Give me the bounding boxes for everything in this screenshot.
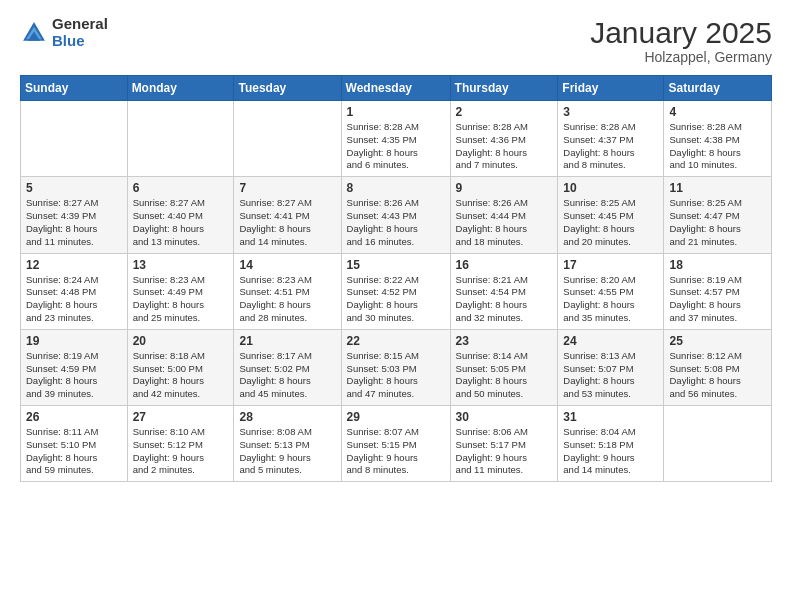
cell-0-0 — [21, 101, 128, 177]
cell-3-4: 23Sunrise: 8:14 AM Sunset: 5:05 PM Dayli… — [450, 329, 558, 405]
cell-2-4: 16Sunrise: 8:21 AM Sunset: 4:54 PM Dayli… — [450, 253, 558, 329]
day-detail-2-1: Sunrise: 8:23 AM Sunset: 4:49 PM Dayligh… — [133, 274, 229, 325]
day-number-2-4: 16 — [456, 258, 553, 272]
day-number-3-6: 25 — [669, 334, 766, 348]
day-detail-1-1: Sunrise: 8:27 AM Sunset: 4:40 PM Dayligh… — [133, 197, 229, 248]
day-number-4-5: 31 — [563, 410, 658, 424]
day-number-4-3: 29 — [347, 410, 445, 424]
cell-3-0: 19Sunrise: 8:19 AM Sunset: 4:59 PM Dayli… — [21, 329, 128, 405]
calendar-body: 1Sunrise: 8:28 AM Sunset: 4:35 PM Daylig… — [21, 101, 772, 482]
cell-0-4: 2Sunrise: 8:28 AM Sunset: 4:36 PM Daylig… — [450, 101, 558, 177]
cell-1-1: 6Sunrise: 8:27 AM Sunset: 4:40 PM Daylig… — [127, 177, 234, 253]
cell-2-2: 14Sunrise: 8:23 AM Sunset: 4:51 PM Dayli… — [234, 253, 341, 329]
cell-2-1: 13Sunrise: 8:23 AM Sunset: 4:49 PM Dayli… — [127, 253, 234, 329]
day-number-2-5: 17 — [563, 258, 658, 272]
cell-2-5: 17Sunrise: 8:20 AM Sunset: 4:55 PM Dayli… — [558, 253, 664, 329]
day-number-3-0: 19 — [26, 334, 122, 348]
week-row-2: 12Sunrise: 8:24 AM Sunset: 4:48 PM Dayli… — [21, 253, 772, 329]
day-number-3-3: 22 — [347, 334, 445, 348]
day-number-0-5: 3 — [563, 105, 658, 119]
logo: General Blue — [20, 16, 108, 49]
calendar-table: Sunday Monday Tuesday Wednesday Thursday… — [20, 75, 772, 482]
cell-3-5: 24Sunrise: 8:13 AM Sunset: 5:07 PM Dayli… — [558, 329, 664, 405]
cell-4-0: 26Sunrise: 8:11 AM Sunset: 5:10 PM Dayli… — [21, 406, 128, 482]
day-detail-1-3: Sunrise: 8:26 AM Sunset: 4:43 PM Dayligh… — [347, 197, 445, 248]
day-detail-2-3: Sunrise: 8:22 AM Sunset: 4:52 PM Dayligh… — [347, 274, 445, 325]
week-row-3: 19Sunrise: 8:19 AM Sunset: 4:59 PM Dayli… — [21, 329, 772, 405]
header-saturday: Saturday — [664, 76, 772, 101]
day-number-1-0: 5 — [26, 181, 122, 195]
cell-3-3: 22Sunrise: 8:15 AM Sunset: 5:03 PM Dayli… — [341, 329, 450, 405]
day-number-0-6: 4 — [669, 105, 766, 119]
day-number-2-0: 12 — [26, 258, 122, 272]
day-detail-1-6: Sunrise: 8:25 AM Sunset: 4:47 PM Dayligh… — [669, 197, 766, 248]
day-number-3-1: 20 — [133, 334, 229, 348]
cell-4-2: 28Sunrise: 8:08 AM Sunset: 5:13 PM Dayli… — [234, 406, 341, 482]
cell-1-2: 7Sunrise: 8:27 AM Sunset: 4:41 PM Daylig… — [234, 177, 341, 253]
day-detail-3-3: Sunrise: 8:15 AM Sunset: 5:03 PM Dayligh… — [347, 350, 445, 401]
header-tuesday: Tuesday — [234, 76, 341, 101]
cell-1-3: 8Sunrise: 8:26 AM Sunset: 4:43 PM Daylig… — [341, 177, 450, 253]
day-number-1-4: 9 — [456, 181, 553, 195]
cell-2-3: 15Sunrise: 8:22 AM Sunset: 4:52 PM Dayli… — [341, 253, 450, 329]
cell-3-1: 20Sunrise: 8:18 AM Sunset: 5:00 PM Dayli… — [127, 329, 234, 405]
cell-1-6: 11Sunrise: 8:25 AM Sunset: 4:47 PM Dayli… — [664, 177, 772, 253]
header-friday: Friday — [558, 76, 664, 101]
cell-0-2 — [234, 101, 341, 177]
header-sunday: Sunday — [21, 76, 128, 101]
logo-text: General Blue — [52, 16, 108, 49]
day-number-3-5: 24 — [563, 334, 658, 348]
day-detail-3-5: Sunrise: 8:13 AM Sunset: 5:07 PM Dayligh… — [563, 350, 658, 401]
day-detail-3-1: Sunrise: 8:18 AM Sunset: 5:00 PM Dayligh… — [133, 350, 229, 401]
day-number-4-4: 30 — [456, 410, 553, 424]
logo-icon — [20, 19, 48, 47]
day-number-1-5: 10 — [563, 181, 658, 195]
day-detail-2-0: Sunrise: 8:24 AM Sunset: 4:48 PM Dayligh… — [26, 274, 122, 325]
week-row-1: 5Sunrise: 8:27 AM Sunset: 4:39 PM Daylig… — [21, 177, 772, 253]
day-detail-0-5: Sunrise: 8:28 AM Sunset: 4:37 PM Dayligh… — [563, 121, 658, 172]
day-detail-3-2: Sunrise: 8:17 AM Sunset: 5:02 PM Dayligh… — [239, 350, 335, 401]
day-number-3-2: 21 — [239, 334, 335, 348]
day-detail-3-4: Sunrise: 8:14 AM Sunset: 5:05 PM Dayligh… — [456, 350, 553, 401]
day-detail-4-5: Sunrise: 8:04 AM Sunset: 5:18 PM Dayligh… — [563, 426, 658, 477]
cell-0-6: 4Sunrise: 8:28 AM Sunset: 4:38 PM Daylig… — [664, 101, 772, 177]
logo-blue-label: Blue — [52, 33, 108, 50]
weekday-header-row: Sunday Monday Tuesday Wednesday Thursday… — [21, 76, 772, 101]
day-detail-4-0: Sunrise: 8:11 AM Sunset: 5:10 PM Dayligh… — [26, 426, 122, 477]
day-detail-4-3: Sunrise: 8:07 AM Sunset: 5:15 PM Dayligh… — [347, 426, 445, 477]
day-number-3-4: 23 — [456, 334, 553, 348]
day-detail-1-5: Sunrise: 8:25 AM Sunset: 4:45 PM Dayligh… — [563, 197, 658, 248]
day-detail-0-4: Sunrise: 8:28 AM Sunset: 4:36 PM Dayligh… — [456, 121, 553, 172]
cell-0-5: 3Sunrise: 8:28 AM Sunset: 4:37 PM Daylig… — [558, 101, 664, 177]
day-detail-2-6: Sunrise: 8:19 AM Sunset: 4:57 PM Dayligh… — [669, 274, 766, 325]
day-number-4-1: 27 — [133, 410, 229, 424]
page: General Blue January 2025 Holzappel, Ger… — [0, 0, 792, 498]
day-detail-0-6: Sunrise: 8:28 AM Sunset: 4:38 PM Dayligh… — [669, 121, 766, 172]
cell-4-3: 29Sunrise: 8:07 AM Sunset: 5:15 PM Dayli… — [341, 406, 450, 482]
title-block: January 2025 Holzappel, Germany — [590, 16, 772, 65]
cell-0-1 — [127, 101, 234, 177]
day-number-2-6: 18 — [669, 258, 766, 272]
day-number-1-6: 11 — [669, 181, 766, 195]
header: General Blue January 2025 Holzappel, Ger… — [20, 16, 772, 65]
day-detail-4-1: Sunrise: 8:10 AM Sunset: 5:12 PM Dayligh… — [133, 426, 229, 477]
cell-4-1: 27Sunrise: 8:10 AM Sunset: 5:12 PM Dayli… — [127, 406, 234, 482]
day-number-0-4: 2 — [456, 105, 553, 119]
day-detail-4-2: Sunrise: 8:08 AM Sunset: 5:13 PM Dayligh… — [239, 426, 335, 477]
page-subtitle: Holzappel, Germany — [590, 49, 772, 65]
cell-3-6: 25Sunrise: 8:12 AM Sunset: 5:08 PM Dayli… — [664, 329, 772, 405]
day-number-1-2: 7 — [239, 181, 335, 195]
page-title: January 2025 — [590, 16, 772, 49]
day-detail-2-4: Sunrise: 8:21 AM Sunset: 4:54 PM Dayligh… — [456, 274, 553, 325]
cell-4-4: 30Sunrise: 8:06 AM Sunset: 5:17 PM Dayli… — [450, 406, 558, 482]
day-detail-2-2: Sunrise: 8:23 AM Sunset: 4:51 PM Dayligh… — [239, 274, 335, 325]
day-detail-1-0: Sunrise: 8:27 AM Sunset: 4:39 PM Dayligh… — [26, 197, 122, 248]
day-detail-0-3: Sunrise: 8:28 AM Sunset: 4:35 PM Dayligh… — [347, 121, 445, 172]
day-number-4-0: 26 — [26, 410, 122, 424]
cell-4-5: 31Sunrise: 8:04 AM Sunset: 5:18 PM Dayli… — [558, 406, 664, 482]
cell-1-5: 10Sunrise: 8:25 AM Sunset: 4:45 PM Dayli… — [558, 177, 664, 253]
cell-2-6: 18Sunrise: 8:19 AM Sunset: 4:57 PM Dayli… — [664, 253, 772, 329]
week-row-0: 1Sunrise: 8:28 AM Sunset: 4:35 PM Daylig… — [21, 101, 772, 177]
cell-1-4: 9Sunrise: 8:26 AM Sunset: 4:44 PM Daylig… — [450, 177, 558, 253]
calendar-header: Sunday Monday Tuesday Wednesday Thursday… — [21, 76, 772, 101]
